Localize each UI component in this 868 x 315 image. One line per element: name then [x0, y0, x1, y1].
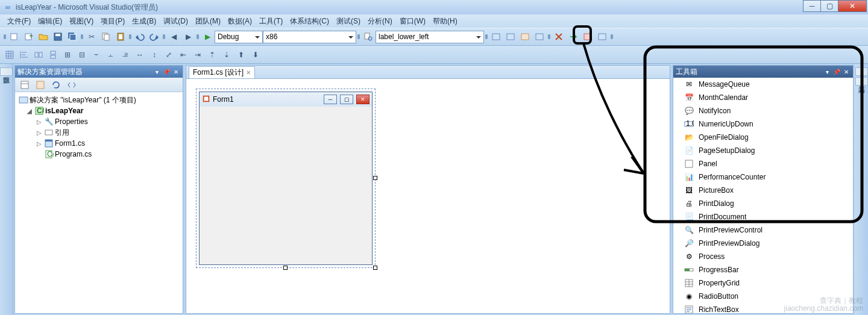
data-sources-tab[interactable]: 数据源: [0, 67, 13, 76]
refresh-button[interactable]: [49, 78, 63, 92]
sz-2[interactable]: ↕: [148, 48, 161, 61]
copy-button[interactable]: [99, 30, 113, 43]
tool-process[interactable]: ⚙Process: [673, 250, 853, 263]
al-1[interactable]: [32, 48, 45, 61]
server-explorer-tab[interactable]: 服务器资源管理器: [855, 67, 868, 76]
add-item-button[interactable]: +: [22, 30, 36, 43]
menu-tools[interactable]: 工具(T): [256, 15, 286, 28]
menu-file[interactable]: 文件(F): [4, 15, 34, 28]
tb-2[interactable]: [504, 30, 517, 43]
menu-edit[interactable]: 编辑(E): [34, 15, 66, 28]
undo-button[interactable]: [133, 30, 146, 43]
tool-progressbar[interactable]: ProgressBar: [673, 263, 853, 276]
tb-6[interactable]: [581, 30, 594, 43]
tool-notifyicon[interactable]: 💬NotifyIcon: [673, 104, 853, 117]
tree-solution-root[interactable]: 解决方案 "isLeapYear" (1 个项目): [16, 95, 181, 105]
tool-printpreviewcontrol[interactable]: 🔍PrintPreviewControl: [673, 223, 853, 237]
tb-7[interactable]: [596, 30, 609, 43]
toolbox-tab[interactable]: 工具箱: [855, 77, 868, 86]
nav-back-button[interactable]: ◀: [167, 30, 180, 43]
save-button[interactable]: [51, 30, 64, 43]
menu-team[interactable]: 团队(M): [192, 15, 224, 28]
tb-5[interactable]: [567, 30, 580, 43]
tb-4[interactable]: [533, 30, 546, 43]
al-5[interactable]: ⫟: [90, 48, 103, 61]
sz-3[interactable]: ⤢: [162, 48, 175, 61]
design-surface[interactable]: Form1 ─ ▢ ✕: [186, 79, 670, 313]
tool-numericupdown[interactable]: 1.0NumericUpDown: [673, 117, 853, 131]
properties-button[interactable]: [18, 78, 31, 92]
expand-icon[interactable]: ▷: [36, 129, 43, 136]
tool-messagequeue[interactable]: ✉MessageQueue: [673, 78, 853, 91]
find-in-files-button[interactable]: [362, 30, 375, 43]
toolbox-button[interactable]: [552, 30, 565, 43]
tb-3[interactable]: [518, 30, 532, 43]
align-left-button[interactable]: [17, 48, 31, 61]
panel-close-icon[interactable]: ✕: [172, 67, 180, 76]
menu-build[interactable]: 生成(B): [128, 15, 160, 28]
menu-analyze[interactable]: 分析(N): [364, 15, 396, 28]
paste-button[interactable]: [114, 30, 127, 43]
tab-close-icon[interactable]: ✕: [246, 69, 251, 76]
tool-performancecounter[interactable]: 📊PerformanceCounter: [673, 170, 853, 184]
sp-1[interactable]: ⇤: [177, 48, 190, 61]
tab-form1-design[interactable]: Form1.cs [设计] ✕: [189, 66, 255, 78]
config-combo[interactable]: Debug: [215, 31, 263, 43]
tb-1[interactable]: [489, 30, 503, 43]
tool-monthcalendar[interactable]: 📅MonthCalendar: [673, 91, 853, 104]
sp-4[interactable]: ⇣: [220, 48, 233, 61]
menu-architecture[interactable]: 体系结构(C): [286, 15, 333, 28]
menu-debug[interactable]: 调试(D): [160, 15, 192, 28]
sz-1[interactable]: ↔: [133, 48, 146, 61]
save-all-button[interactable]: [66, 30, 79, 43]
grid-button[interactable]: [3, 48, 16, 61]
tool-propertygrid[interactable]: PropertyGrid: [673, 276, 853, 290]
form-preview[interactable]: Form1 ─ ▢ ✕: [199, 92, 373, 265]
panel-close-icon[interactable]: ✕: [842, 67, 851, 76]
minimize-button[interactable]: ─: [803, 0, 821, 12]
resize-handle-s[interactable]: [283, 266, 288, 270]
panel-pin-icon[interactable]: 📌: [832, 67, 841, 76]
menu-test[interactable]: 测试(S): [333, 15, 364, 28]
al-7[interactable]: ⫡: [119, 48, 132, 61]
tool-panel[interactable]: Panel: [673, 157, 853, 170]
tool-pagesetupdialog[interactable]: 📄PageSetupDialog: [673, 144, 853, 157]
maximize-button[interactable]: ▢: [820, 0, 838, 12]
open-button[interactable]: [37, 30, 50, 43]
search-box[interactable]: label_lower_left: [376, 31, 484, 43]
form-selection[interactable]: Form1 ─ ▢ ✕: [196, 89, 376, 268]
show-all-button[interactable]: [34, 78, 47, 92]
resize-handle-e[interactable]: [373, 176, 377, 180]
panel-dropdown-icon[interactable]: ▾: [153, 67, 161, 76]
expand-icon[interactable]: ◢: [26, 108, 33, 114]
tree-program[interactable]: ▷ C# Program.cs: [16, 149, 181, 160]
tool-printdialog[interactable]: 🖨PrintDialog: [673, 197, 853, 210]
tree-form1[interactable]: ▷ Form1.cs: [16, 138, 181, 149]
tree-project[interactable]: ◢ C# isLeapYear: [16, 105, 181, 116]
expand-icon[interactable]: ▷: [36, 119, 43, 125]
menu-data[interactable]: 数据(A): [224, 15, 256, 28]
resize-handle-se[interactable]: [373, 266, 377, 270]
tool-printdocument[interactable]: 📃PrintDocument: [673, 210, 853, 223]
expand-icon[interactable]: ▷: [36, 140, 43, 147]
al-3[interactable]: ⊞: [61, 48, 74, 61]
view-code-button[interactable]: [65, 78, 78, 92]
tree-references[interactable]: ▷ 引用: [16, 127, 181, 138]
tool-picturebox[interactable]: 🖼PictureBox: [673, 184, 853, 197]
ord-2[interactable]: ⬇: [249, 48, 262, 61]
start-debug-button[interactable]: ▶: [201, 30, 214, 43]
tool-printpreviewdialog[interactable]: 🔎PrintPreviewDialog: [673, 237, 853, 250]
redo-button[interactable]: [148, 30, 161, 43]
menu-view[interactable]: 视图(V): [66, 15, 97, 28]
ord-1[interactable]: ⬆: [234, 48, 248, 61]
platform-combo[interactable]: x86: [263, 31, 356, 43]
new-project-button[interactable]: [8, 30, 21, 43]
panel-pin-icon[interactable]: 📌: [162, 67, 171, 76]
al-2[interactable]: [46, 48, 60, 61]
al-6[interactable]: ⫠: [104, 48, 118, 61]
al-4[interactable]: ⊟: [75, 48, 89, 61]
tool-openfiledialog[interactable]: 📂OpenFileDialog: [673, 131, 853, 144]
sp-3[interactable]: ⇡: [206, 48, 219, 61]
menu-project[interactable]: 项目(P): [97, 15, 128, 28]
panel-dropdown-icon[interactable]: ▾: [823, 67, 831, 76]
